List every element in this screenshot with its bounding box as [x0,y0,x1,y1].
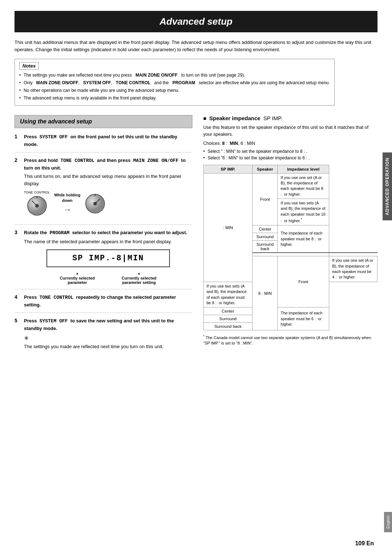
english-tab: English [384,512,392,532]
notes-box: Notes The settings you make are reflecte… [15,59,335,106]
speaker-front-6: Front [278,256,329,307]
imp-level-center-surround-6: The impedance of each speaker must be 6 … [278,307,329,330]
sp-imp-value: : MIN [204,173,253,282]
step-5: 5 Press SYSTEM OFF to save the new setti… [15,317,192,355]
tip-icon: ✳︎ [24,335,192,342]
setting-label-text: Currently selectedparameter setting [122,276,156,285]
dial-left: TONE CONTROL [24,191,50,216]
step-number: 5 [15,318,21,350]
sp-imp-value-6: 6 : MIN [253,256,278,330]
step-number: 2 [15,157,21,220]
arrow-up-param: ▲ [76,272,79,275]
while-holding-text: While holdingdown [54,192,80,203]
step-4: 4 Press TONE CONTROL repeatedly to chang… [15,294,192,313]
param-label: ▲ Currently selectedparameter [60,272,95,285]
step-number: 1 [15,134,21,148]
bullet-item: Select " : MIN" to set the speaker imped… [203,148,377,155]
notes-title: Notes [19,62,39,70]
col-imp-level: Impedance level [278,165,329,173]
dial-right-icon [85,193,106,214]
arrow-up-setting: ▲ [138,272,141,275]
step-content: Rotate the PROGRAM selector to select th… [24,229,192,285]
note-item: The advanced setup menu is only availabl… [19,95,330,101]
tip-area: ✳︎ The settings you made are reflected n… [24,335,192,350]
svg-point-9 [94,195,96,196]
notes-list: The settings you make are reflected next… [19,72,330,101]
tip-text: The settings you made are reflected next… [24,343,192,350]
sp-imp-title: Speaker impedance [209,115,260,121]
svg-point-10 [102,197,103,199]
step-2: 2 Press and hold TONE CONTROL and then p… [15,157,192,225]
note-item: The settings you make are reflected next… [19,72,330,78]
imp-level: If you use two sets (A and B), the imped… [204,282,253,307]
step-content: Press SYSTEM OFF on the front panel to s… [24,133,192,148]
svg-point-11 [87,197,88,199]
table-row: : MIN Front If you use one set (A or B),… [204,173,377,199]
bullet-list: Select " : MIN" to set the speaker imped… [203,148,377,161]
svg-point-3 [36,197,38,198]
dial-right [85,193,106,214]
svg-point-5 [29,200,30,201]
page-number: 109 En [355,540,374,547]
step-content: Press TONE CONTROL repeatedly to change … [24,294,192,308]
speaker-front-8: Front [253,173,278,225]
page-title: Advanced setup [15,11,377,32]
speaker-surround-8: Surround [253,233,278,241]
section-header: Using the advanced setup [15,115,192,128]
speaker-surround-6: Surround [204,315,253,323]
sp-imp-sub: SP IMP. [263,115,282,121]
step-number: 4 [15,294,21,308]
step-1: 1 Press SYSTEM OFF on the front panel to… [15,133,192,152]
speaker-center-8: Center [253,225,278,233]
imp-level: If you use one set (A or B), the impedan… [278,173,329,199]
advanced-operation-tab: ADVANCED OPERATION [383,152,392,220]
step-content: Press and hold TONE CONTROL and then pre… [24,157,192,220]
intro-paragraph: This unit has additional menus that are … [15,39,377,53]
arrow-icon: → [63,204,72,215]
left-column: Using the advanced setup 1 Press SYSTEM … [15,115,192,359]
sp-imp-desc: Use this feature to set the speaker impe… [203,124,377,138]
footnote: * The Canada model cannot use two separa… [203,334,377,346]
note-item: Only MAIN ZONE ON/OFF, SYSTEM OFF, TONE … [19,80,330,86]
imp-level: If you use two sets (A and B), the imped… [278,199,329,225]
col-sp-imp: SP IMP. [204,165,253,173]
imp-level-center-surround-8: The impedance of each speaker must be 8 … [278,225,329,253]
speaker-sb-8: Surround back [253,241,278,253]
speaker-center-6: Center [204,307,253,315]
sp-imp-header: Speaker impedance SP IMP. [203,115,377,121]
note-item: No other operations can be made while yo… [19,87,330,94]
right-column: Speaker impedance SP IMP. Use this featu… [203,115,377,359]
display-box: SP IMP.-8|MIN [46,249,170,267]
svg-point-4 [43,200,44,201]
dial-left-label: TONE CONTROL [24,191,50,194]
param-label-text: Currently selectedparameter [60,276,95,285]
imp-level: If you use one set (A or B), the impedan… [329,256,377,282]
step-content: Press SYSTEM OFF to save the new setting… [24,317,192,350]
speaker-sb-6: Surround back [204,323,253,330]
diagram-area: TONE CONTROL [24,191,192,216]
setting-label: ▲ Currently selectedparameter setting [122,272,156,285]
impedance-table: SP IMP. Speaker Impedance level : MIN Fr… [203,165,377,331]
display-labels: ▲ Currently selectedparameter ▲ Currentl… [46,272,170,285]
step-number: 3 [15,229,21,285]
while-holding-label: While holdingdown → [54,192,80,215]
dial-left-icon [26,195,48,216]
choices: Choices: 8 : MIN, 6 : MIN [203,141,377,146]
col-speaker: Speaker [253,165,278,173]
bullet-item: Select "6 : MIN" to set the speaker impe… [203,155,377,161]
table-row: Center The impedance of each speaker mus… [204,307,377,315]
step-3: 3 Rotate the PROGRAM selector to select … [15,229,192,289]
